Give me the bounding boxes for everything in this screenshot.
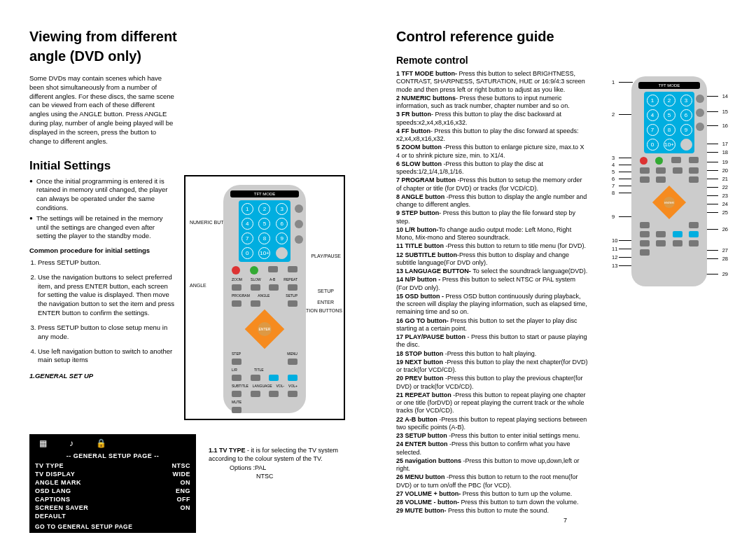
callout-left-13: 13	[612, 263, 617, 269]
np-button	[295, 204, 303, 213]
callout-left-9: 9	[612, 214, 615, 220]
ref-item-1: 1 TFT MODE button- Press this button to …	[396, 70, 588, 94]
callout-left-6: 6	[612, 176, 615, 182]
ref-item-21: 21 REPEAT button -Press this button to r…	[396, 391, 588, 415]
numeric-pad: 123 456 789 010+	[239, 200, 290, 262]
ref-item-4: 4 FF button- Press this button to play t…	[396, 127, 588, 144]
callout-right-25: 25	[722, 209, 728, 216]
ref-item-29: 29 MUTE button- Press this button to mut…	[396, 507, 588, 515]
callout-left-7: 7	[612, 183, 615, 189]
ref-item-3: 3 FR button- Press this button to play t…	[396, 111, 588, 127]
ref-item-19: 19 NEXT button -Press this button to pla…	[396, 359, 588, 375]
left-heading-line2: angle (DVD only)	[29, 48, 356, 64]
tft-mode-button-small: TFT MODE	[638, 82, 700, 89]
callout-right-16: 16	[722, 123, 728, 129]
ref-item-24: 24 ENTER button -Press this button to co…	[396, 440, 588, 457]
ref-item-18: 18 STOP button -Press this button to hal…	[396, 350, 588, 358]
label-enter: ENTER	[317, 300, 334, 305]
setup-row: DEFAULT	[35, 512, 190, 520]
tft-mode-button: TFT MODE	[230, 190, 299, 197]
ref-item-15: 15 OSD button - Press OSD button continu…	[396, 293, 588, 317]
callout-right-15: 15	[722, 109, 728, 115]
step-4: Use left navigation button to switch to …	[38, 347, 176, 366]
general-setup-table: ▦ ♪ 🔒 -- GENERAL SETUP PAGE -- TV TYPENT…	[29, 434, 196, 533]
callout-left-1: 1	[612, 79, 615, 85]
ref-item-12: 12 SUBTITLE button-Press this button to …	[396, 251, 588, 268]
callout-right-26: 26	[722, 226, 728, 232]
ref-item-22: 22 A-B button -Press this button to repe…	[396, 416, 588, 432]
ref-item-10: 10 L/R button-To change audio output mod…	[396, 226, 588, 242]
initial-bullets: Once the initial programming is entered …	[29, 177, 176, 242]
osd-button	[295, 220, 303, 228]
remote-control-heading: Remote control	[396, 55, 728, 66]
callout-right-24: 24	[722, 201, 728, 207]
label-setup: SETUP	[318, 289, 334, 293]
remote-callout-diagram: 12345678910111213 1415161718192021222324…	[602, 74, 735, 312]
setup-row: TV DISPLAYWIDE	[35, 470, 190, 478]
callout-left-11: 11	[612, 246, 617, 252]
tvtype-description: 1.1 TV TYPE - it is for selecting the TV…	[206, 447, 356, 533]
left-heading-line1: Viewing from different	[29, 28, 356, 45]
ref-item-13: 13 LANGUAGE BUTTON- To select the soundt…	[396, 268, 588, 275]
initial-settings-heading: Initial Settings	[29, 159, 176, 173]
setup-page-title: -- GENERAL SETUP PAGE --	[35, 452, 190, 459]
bullet-2: The settings will be retained in the mem…	[29, 214, 176, 241]
callout-right-17: 17	[722, 141, 728, 147]
ref-item-28: 28 VOLUME - button- Press this button to…	[396, 499, 588, 506]
procedure-steps: Press SETUP button. Use the navigation b…	[29, 258, 176, 365]
remote-body: TFT MODE 123 456 789 010+ ZOOMSLOWA-BREP…	[223, 185, 306, 413]
ref-item-7: 7 PROGRAM button -Press this button to s…	[396, 176, 588, 193]
ref-item-2: 2 NUMERIC buttons- Press these buttons t…	[396, 95, 588, 111]
ref-item-20: 20 PREV button -Press this button to pla…	[396, 375, 588, 391]
callout-left-10: 10	[612, 237, 617, 244]
callout-right-21: 21	[722, 176, 728, 182]
setup-row: CAPTIONSOFF	[35, 495, 190, 503]
callout-right-28: 28	[722, 256, 728, 262]
general-setup-heading: 1.GENERAL SET UP	[29, 372, 176, 381]
callout-left-5: 5	[612, 169, 615, 175]
right-heading: Control reference guide	[396, 28, 728, 45]
page-number-22: 22	[189, 517, 196, 524]
callout-left-8: 8	[612, 190, 615, 196]
callout-right-20: 20	[722, 167, 728, 174]
step-2: Use the navigation buttons to select pre…	[38, 273, 176, 318]
lock-icon: 🔒	[96, 438, 106, 448]
setup-row: SCREEN SAVERON	[35, 503, 190, 512]
callout-left-3: 3	[612, 155, 615, 161]
ref-item-5: 5 ZOOM button -Press this button to enla…	[396, 144, 588, 160]
page-number-7: 7	[564, 517, 567, 524]
bullet-1: Once the initial programming is entered …	[29, 177, 176, 213]
remote-diagram-frame: NUMERIC BUTTONS ANGLE PLAY/PAUSE SETUP E…	[184, 175, 345, 420]
step-1: Press SETUP button.	[38, 258, 176, 268]
ref-item-27: 27 VOLUME + button- Press this button to…	[396, 490, 588, 498]
audio-icon: ♪	[69, 438, 74, 448]
setup-row: ANGLE MARKON	[35, 478, 190, 487]
callout-right-22: 22	[722, 184, 728, 190]
callout-right-29: 29	[722, 271, 728, 277]
ref-item-16: 16 GO TO button- Press this button to se…	[396, 317, 588, 333]
callout-right-19: 19	[722, 159, 728, 165]
ref-item-6: 6 SLOW button -Press this button to play…	[396, 160, 588, 176]
angle-intro: Some DVDs may contain scenes which have …	[29, 74, 176, 146]
ref-item-23: 23 SETUP button -Press this button to en…	[396, 432, 588, 440]
enter-button: ENTER	[258, 322, 272, 336]
step-3: Press SETUP button to close setup menu i…	[38, 324, 176, 342]
callout-right-14: 14	[722, 93, 728, 99]
picture-icon: ▦	[39, 438, 47, 448]
setup-row: TV TYPENTSC	[35, 461, 190, 470]
label-angle: ANGLE	[190, 283, 206, 288]
setup-footer: GO TO GENERAL SETUP PAGE	[35, 523, 190, 530]
callout-right-23: 23	[722, 193, 728, 199]
ref-item-9: 9 STEP button- Press this button to play…	[396, 209, 588, 225]
setup-icons: ▦ ♪ 🔒	[35, 438, 190, 451]
ref-item-25: 25 navigation buttons -Press this button…	[396, 457, 588, 473]
callout-left-4: 4	[612, 162, 615, 168]
remote-body-small: TFT MODE 123 456 789 010+ EN	[631, 76, 707, 286]
ref-item-11: 11 TITLE button -Press this button to re…	[396, 242, 588, 250]
nav-diamond: ENTER	[245, 310, 284, 349]
ref-item-17: 17 PLAY/PAUSE button - Press this button…	[396, 333, 588, 349]
common-procedure-heading: Common procedure for initial settings	[29, 246, 176, 256]
ref-item-14: 14 N/P button - Press this button to sel…	[396, 276, 588, 292]
goto-button	[295, 235, 303, 244]
callout-right-27: 27	[722, 247, 728, 253]
